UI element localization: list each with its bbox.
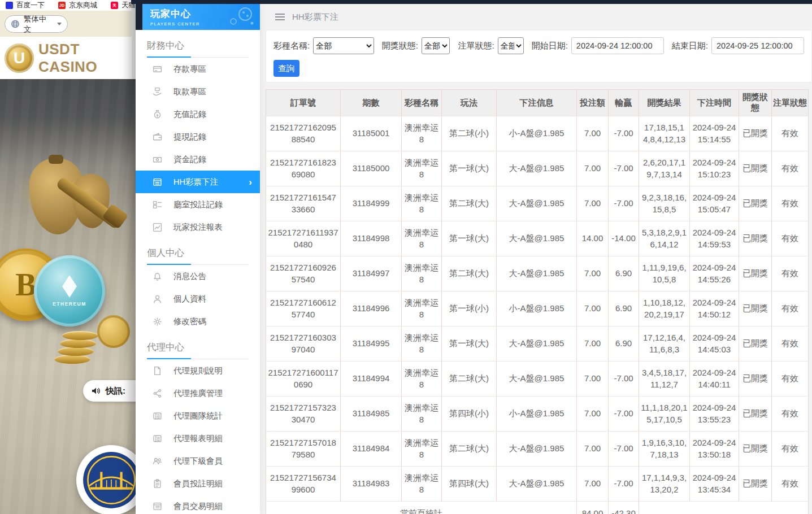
gamepad-decoration-icon bbox=[219, 6, 257, 29]
bookmark-jd[interactable]: JD 京东商城 bbox=[58, 1, 97, 10]
order-id-cell: 2152172716119370480 bbox=[266, 221, 341, 256]
sidebar-item-label: 玩家投注報表 bbox=[173, 222, 223, 233]
sidebar-item-label: 代理團隊統計 bbox=[173, 411, 223, 421]
order-status-cell: 有效 bbox=[772, 326, 809, 361]
bookmark-label: 京东商城 bbox=[69, 1, 97, 10]
order-status-cell: 有效 bbox=[772, 361, 809, 397]
sidebar-item-label: 取款專區 bbox=[173, 86, 206, 97]
ethereum-label: ETHEREUM bbox=[53, 301, 86, 307]
tmall-favicon-icon: 天 bbox=[111, 2, 118, 9]
order-id-header: 訂單號 bbox=[266, 90, 341, 116]
sidebar-item-label: 代理推廣管理 bbox=[173, 388, 223, 399]
bet-info-cell: 大-A盤@1.985 bbox=[497, 432, 577, 467]
table-row: 215217271603039704031184995澳洲幸运8第一球(大)大-… bbox=[266, 326, 809, 361]
end-date-input[interactable] bbox=[711, 37, 804, 54]
win-loss-cell: -7.00 bbox=[609, 397, 639, 432]
play-type-cell: 第二球(小) bbox=[442, 116, 497, 151]
member-bet-icon bbox=[153, 479, 162, 489]
sidebar-item-label: 會員投註明細 bbox=[173, 478, 223, 489]
globe-icon bbox=[11, 19, 20, 29]
bet-time-cell: 2024-09-24 15:14:55 bbox=[690, 116, 739, 151]
top-navy-strip bbox=[131, 0, 812, 4]
brand-strip: U USDT CASINO bbox=[0, 37, 132, 79]
bet-info-header: 下注信息 bbox=[497, 90, 577, 116]
bell-icon bbox=[153, 272, 162, 281]
sidebar-item-label: 資金記錄 bbox=[173, 154, 206, 165]
lottery-name-cell: 澳洲幸运8 bbox=[402, 186, 442, 221]
jd-favicon-icon: JD bbox=[58, 2, 66, 9]
bitcoin-letter: B bbox=[15, 267, 36, 303]
sidebar-item-label: 代理下級會員 bbox=[173, 456, 223, 467]
sidebar-item-deposit-card[interactable]: 存款專區 bbox=[136, 58, 260, 80]
order-status-label: 注單狀態: bbox=[458, 41, 494, 51]
page-summary-row: 當前頁統計 84.00 -42.30 bbox=[266, 502, 809, 514]
sidebar-item-withdraw-wallet[interactable]: 提現記錄 bbox=[136, 125, 260, 148]
query-button[interactable]: 查詢 bbox=[273, 60, 299, 77]
sidebar-item-user[interactable]: 個人資料 bbox=[136, 288, 260, 310]
bookmark-label: 百度一下 bbox=[16, 1, 45, 10]
sidebar-item-room-record[interactable]: 廳室投註記錄 bbox=[136, 193, 260, 216]
ticker-label: 快訊: bbox=[106, 386, 125, 397]
bet-amount-cell: 7.00 bbox=[577, 326, 609, 361]
sidebar-item-lottery-bet[interactable]: HH彩票下注› bbox=[136, 171, 260, 193]
bookmark-baidu[interactable]: 百度一下 bbox=[6, 1, 45, 10]
draw-status-cell: 已開獎 bbox=[739, 221, 772, 256]
draw-result-cell: 17,12,16,4,11,6,8,3 bbox=[639, 326, 690, 361]
bet-info-cell: 大-A盤@1.985 bbox=[497, 186, 577, 221]
win-loss-cell: 6.90 bbox=[609, 291, 639, 326]
draw-status-cell: 已開獎 bbox=[739, 256, 772, 291]
money-bag-tie bbox=[49, 155, 63, 164]
end-date-label: 結束日期: bbox=[672, 41, 708, 51]
win-loss-cell: -7.00 bbox=[609, 151, 639, 186]
bet-records-table: 訂單號期數彩種名稱玩法下注信息投注額輸贏開獎結果下注時間開獎狀態注單狀態 215… bbox=[266, 89, 809, 514]
bridge-team-logo-icon bbox=[82, 451, 141, 509]
sidebar-item-report-detail[interactable]: 代理報表明細 bbox=[136, 427, 260, 450]
bet-amount-cell: 7.00 bbox=[577, 116, 609, 151]
sidebar-item-doc[interactable]: 代理規則說明 bbox=[136, 359, 260, 382]
sidebar-item-bell[interactable]: 消息公告 bbox=[136, 265, 260, 288]
browser-bookmarks-bar: 百度一下 JD 京东商城 天 天猫 bbox=[0, 0, 132, 11]
section-underline bbox=[147, 358, 191, 359]
order-id-cell: 2152172715673499600 bbox=[266, 467, 341, 502]
lottery-name-select[interactable]: 全部 bbox=[313, 37, 374, 54]
sidebar-item-members[interactable]: 代理下級會員 bbox=[136, 450, 260, 472]
sidebar-item-team-stats[interactable]: 代理團隊統計 bbox=[136, 404, 260, 427]
sidebar-item-gear[interactable]: 修改密碼 bbox=[136, 310, 260, 333]
order-status-cell: 有效 bbox=[772, 186, 809, 221]
gold-coin bbox=[58, 347, 94, 356]
sidebar-item-funds-note[interactable]: 資金記錄 bbox=[136, 148, 260, 171]
hamburger-menu-icon[interactable] bbox=[275, 14, 285, 20]
section-title: 個人中心 bbox=[147, 238, 249, 265]
withdraw-hand-icon bbox=[153, 87, 162, 97]
sidebar-item-label: 修改密碼 bbox=[173, 316, 206, 327]
sidebar-item-recharge-bag[interactable]: 充值記錄 bbox=[136, 103, 260, 125]
bet-info-cell: 大-A盤@1.985 bbox=[497, 151, 577, 186]
gold-coin bbox=[62, 331, 98, 340]
sidebar-item-share[interactable]: 代理推廣管理 bbox=[136, 382, 260, 404]
sidebar-item-label: 代理報表明細 bbox=[173, 433, 223, 444]
draw-status-cell: 已開獎 bbox=[739, 326, 772, 361]
order-id-cell: 2152172715701879580 bbox=[266, 432, 341, 467]
sidebar-item-player-report[interactable]: 玩家投注報表 bbox=[136, 216, 260, 238]
sidebar-item-withdraw-hand[interactable]: 取款專區 bbox=[136, 80, 260, 103]
draw-status-select[interactable]: 全部 bbox=[422, 37, 450, 54]
start-date-input[interactable] bbox=[571, 37, 664, 54]
table-row: 215217271620958854031185001澳洲幸运8第二球(小)小-… bbox=[266, 116, 809, 151]
lottery-name-cell: 澳洲幸运8 bbox=[402, 256, 442, 291]
order-status-select[interactable]: 全部 bbox=[498, 37, 524, 54]
sidebar-item-member-trade[interactable]: 會員交易明細 bbox=[136, 495, 260, 514]
brand-name: USDT CASINO bbox=[38, 41, 132, 76]
sidebar: 玩家中心 PLAYERS CENTER 財務中心存款專區取款專區充值記錄提現記錄… bbox=[136, 0, 260, 514]
sidebar-item-member-bet[interactable]: 會員投註明細 bbox=[136, 472, 260, 495]
period-cell: 31185001 bbox=[341, 116, 402, 151]
draw-status-cell: 已開獎 bbox=[739, 151, 772, 186]
ethereum-coin-icon: ETHEREUM bbox=[34, 255, 105, 326]
language-selector[interactable]: 繁体中文 bbox=[5, 15, 68, 33]
draw-result-cell: 17,18,15,14,8,4,12,13 bbox=[639, 116, 690, 151]
breadcrumb: HH彩票下注 bbox=[292, 12, 338, 23]
order-status-cell: 有效 bbox=[772, 116, 809, 151]
lottery-name-cell: 澳洲幸运8 bbox=[402, 361, 442, 397]
funds-note-icon bbox=[153, 155, 162, 164]
table-row: 215217271618236908031185000澳洲幸运8第一球(大)大-… bbox=[266, 151, 809, 186]
win-loss-cell: -14.00 bbox=[609, 221, 639, 256]
